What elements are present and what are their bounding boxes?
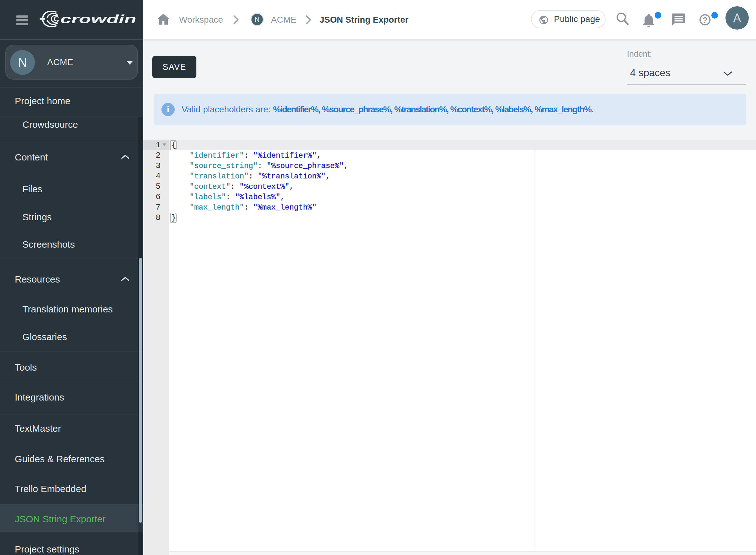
- svg-text:?: ?: [703, 15, 708, 25]
